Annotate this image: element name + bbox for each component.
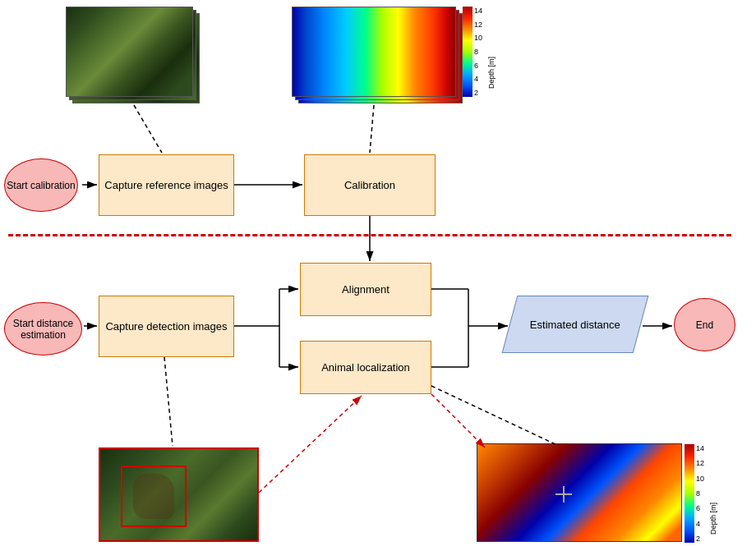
alignment-label: Alignment	[342, 283, 390, 296]
capture-detection-label: Capture detection images	[105, 320, 227, 333]
end-label: End	[696, 319, 713, 331]
svg-line-20	[431, 394, 485, 447]
svg-line-4	[134, 105, 162, 153]
estimated-distance-label: Estimated distance	[530, 319, 620, 331]
end-node[interactable]: End	[674, 298, 735, 351]
start-calibration-node[interactable]: Start calibration	[4, 158, 78, 212]
animal-localization-label: Animal localization	[321, 361, 410, 374]
calibration-label: Calibration	[344, 179, 395, 191]
section-divider	[8, 234, 731, 236]
bottom-depth-label: Depth [m]	[709, 452, 717, 535]
bottom-colorbar	[685, 444, 694, 543]
animal-localization-node[interactable]: Animal localization	[300, 341, 431, 394]
svg-line-19	[259, 396, 362, 493]
capture-detection-node[interactable]: Capture detection images	[99, 296, 234, 357]
svg-line-5	[370, 105, 374, 153]
start-calibration-label: Start calibration	[7, 180, 75, 191]
diagram: 14 12 10 8 6 4 2 Depth [m] Start calibra…	[0, 0, 756, 546]
capture-reference-node[interactable]: Capture reference images	[99, 154, 234, 216]
estimated-distance-node[interactable]: Estimated distance	[502, 296, 649, 353]
start-distance-node[interactable]: Start distance estimation	[4, 302, 82, 356]
top-colorbar	[463, 7, 472, 97]
bottom-colorbar-labels: 14 12 10 8 6 4 2	[696, 444, 704, 543]
bottom-forest-image	[99, 447, 259, 542]
bottom-depth-image: 14 12 10 8 6 4 2 Depth [m]	[477, 443, 682, 542]
calibration-node[interactable]: Calibration	[304, 154, 436, 216]
alignment-node[interactable]: Alignment	[300, 263, 431, 316]
top-depth-label: Depth [m]	[487, 15, 496, 89]
top-colorbar-labels: 14 12 10 8 6 4 2	[474, 7, 482, 97]
svg-line-21	[431, 386, 559, 446]
svg-line-18	[164, 357, 173, 446]
capture-reference-label: Capture reference images	[104, 179, 228, 191]
start-distance-label: Start distance estimation	[13, 318, 73, 341]
